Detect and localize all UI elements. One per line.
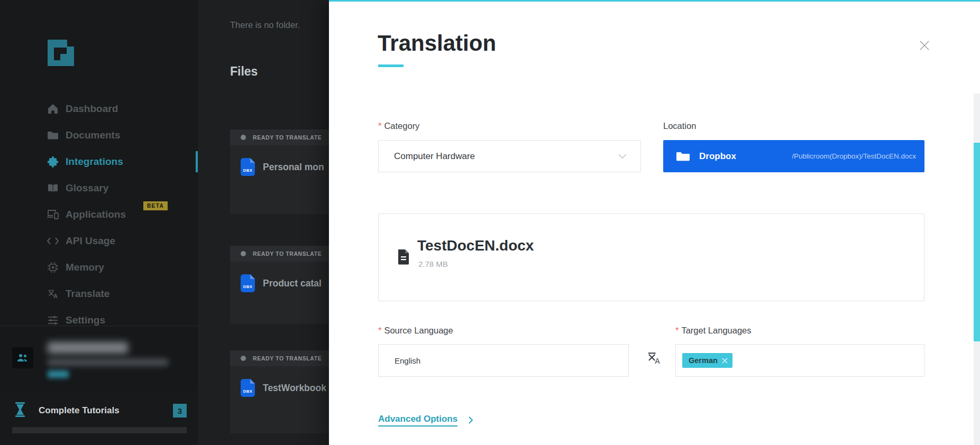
beta-badge: BETA [143,201,168,210]
required-mark: * [675,326,679,335]
location-label-text: Location [663,121,696,131]
category-value: Computer Hardware [394,151,475,162]
svg-text:A: A [53,293,58,299]
svg-text:A: A [655,357,660,365]
language-icon: A [646,350,662,366]
status-dot-icon [241,251,246,256]
status-dot-icon [241,356,246,361]
advanced-options-link[interactable]: Advanced Options [378,414,473,427]
home-icon [47,103,59,115]
sidebar-item-integrations[interactable]: Integrations [0,149,198,175]
location-label: Location [663,121,696,131]
status-badge: READY TO TRANSLATE [253,251,322,257]
location-provider: Dropbox [699,151,736,162]
file-name: TestWorkbook [263,383,326,394]
file-card[interactable]: READY TO TRANSLATE DBX TestWorkbook [230,350,338,433]
category-select[interactable]: Computer Hardware [378,140,641,172]
tutorials-label: Complete Tutorials [39,405,120,416]
target-languages-label-text: Target Languages [681,326,751,335]
file-card-header: READY TO TRANSLATE [230,129,338,145]
folder-icon [47,129,59,142]
tutorials-progress-bar [12,427,187,433]
file-card-body: DBX TestWorkbook [241,379,326,397]
devices-icon [47,208,59,221]
chevron-down-icon [618,154,627,159]
folder-icon [676,151,690,162]
dropbox-file-icon-label: DBX [241,389,255,394]
users-icon [16,353,29,363]
close-button[interactable] [917,38,932,53]
user-name-redacted [48,342,128,354]
sidebar-item-api-usage[interactable]: API Usage [0,228,198,254]
app-logo-icon [48,40,74,66]
selected-file-name: TestDocEN.docx [417,237,534,254]
target-languages-input[interactable]: German [675,344,924,377]
status-badge: READY TO TRANSLATE [253,355,322,361]
file-card-header: READY TO TRANSLATE [230,350,338,366]
logo-notch [67,40,74,47]
sidebar-item-applications[interactable]: Applications BETA [0,201,198,228]
selected-file-size: 2.78 MB [418,259,448,268]
logo-inner2 [60,54,68,62]
file-info-card: TestDocEN.docx 2.78 MB [378,214,924,301]
sidebar-item-translate[interactable]: A Translate [0,281,198,307]
file-card-body: DBX Product catal [241,274,322,292]
file-card-body: DBX Personal mon [241,158,324,176]
complete-tutorials[interactable]: Complete Tutorials 3 [0,394,198,445]
app-screen: Dashboard Documents Integrations Glossar… [0,0,980,445]
sidebar-item-memory[interactable]: Memory [0,254,198,281]
required-mark: * [378,326,381,335]
status-dot-icon [241,135,246,140]
dropbox-file-icon: DBX [241,158,255,176]
scrollbar-thumb[interactable] [974,143,980,341]
source-language-value: English [395,356,420,365]
language-swap-button[interactable]: A [645,349,664,367]
chevron-right-icon [468,416,473,424]
sidebar-item-label: Applications [66,209,126,220]
file-card[interactable]: READY TO TRANSLATE DBX Personal mon [230,129,338,214]
chip-icon [47,261,59,274]
status-badge: READY TO TRANSLATE [253,134,322,141]
remove-icon[interactable] [722,358,728,364]
title-underline [378,64,404,67]
file-card[interactable]: READY TO TRANSLATE DBX Product catal [230,246,338,324]
sidebar-item-documents[interactable]: Documents [0,122,198,149]
source-language-label: *Source Language [378,326,453,336]
file-name: Product catal [263,278,322,289]
close-icon [919,40,930,51]
hourglass-icon [15,402,25,417]
translation-modal: Translation *Category Computer Hardware … [329,0,980,445]
dropbox-file-icon: DBX [241,274,255,292]
tutorials-count-badge: 3 [173,404,187,418]
sidebar: Dashboard Documents Integrations Glossar… [0,0,198,445]
sidebar-item-label: API Usage [66,235,115,247]
modal-title: Translation [378,31,496,56]
user-panel[interactable] [0,326,198,391]
dropbox-file-icon: DBX [241,379,255,397]
location-path: /Publicroom(Dropbox)/TestDocEN.docx [792,152,924,160]
file-name: Personal mon [263,162,324,173]
modal-top-accent [329,0,980,2]
puzzle-icon [47,155,59,168]
sidebar-item-glossary[interactable]: Glossary [0,175,198,201]
sidebar-nav: Dashboard Documents Integrations Glossar… [0,96,198,333]
sidebar-item-label: Translate [66,288,109,300]
user-badge-redacted [48,370,69,378]
advanced-options-text: Advanced Options [378,414,457,427]
code-icon [47,235,59,247]
dropbox-file-icon-label: DBX [241,168,255,173]
sidebar-item-dashboard[interactable]: Dashboard [0,96,198,122]
sidebar-item-label: Memory [66,262,104,273]
translate-icon: A [47,288,59,300]
source-language-input[interactable]: English [378,344,629,377]
sidebar-item-label: Settings [66,314,105,326]
sidebar-item-label: Documents [66,129,120,141]
location-picker[interactable]: Dropbox /Publicroom(Dropbox)/TestDocEN.d… [663,140,924,172]
sidebar-item-label: Integrations [66,156,123,168]
source-language-label-text: Source Language [384,326,453,335]
sidebar-item-label: Glossary [66,182,108,194]
target-languages-label: *Target Languages [675,326,752,336]
file-panel: There is no folder. Files READY TO TRANS… [198,0,329,445]
book-icon [47,182,59,194]
category-label: *Category [378,121,419,131]
